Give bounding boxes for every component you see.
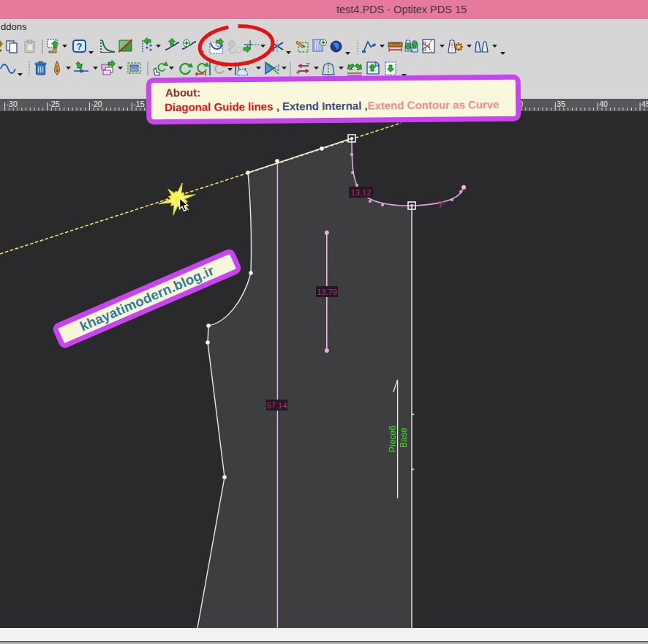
svg-text:Base: Base (399, 427, 409, 448)
svg-text:13.79: 13.79 (317, 288, 337, 296)
svg-text:45: 45 (641, 100, 648, 108)
svg-text:-25: -25 (49, 100, 60, 108)
svg-text:57.14: 57.14 (267, 401, 287, 410)
svg-text:7: 7 (438, 199, 443, 210)
svg-text:13.12: 13.12 (351, 188, 372, 197)
svg-text:?: ? (77, 41, 83, 52)
svg-text:-15: -15 (133, 100, 144, 108)
svg-text:-30: -30 (7, 100, 18, 108)
svg-text:35: 35 (557, 100, 565, 108)
svg-text:-20: -20 (91, 100, 102, 108)
svg-text:Piece6: Piece6 (388, 425, 398, 452)
svg-text:40: 40 (599, 100, 608, 108)
